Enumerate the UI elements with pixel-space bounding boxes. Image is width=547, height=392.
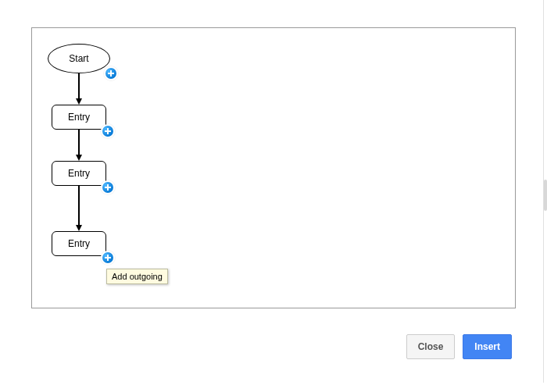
arrowhead-icon — [76, 225, 82, 231]
plus-icon[interactable] — [104, 66, 118, 80]
connector — [78, 186, 80, 225]
arrowhead-icon — [76, 98, 82, 105]
flowchart-dialog: Start Entry Entry Entry — [0, 0, 544, 383]
plus-icon[interactable] — [101, 124, 115, 138]
canvas-frame: Start Entry Entry Entry — [31, 27, 516, 308]
close-button[interactable]: Close — [406, 334, 456, 359]
tooltip-add-outgoing: Add outgoing — [106, 269, 168, 284]
plus-icon[interactable] — [101, 251, 115, 265]
plus-icon[interactable] — [101, 180, 115, 194]
entry-node-2[interactable]: Entry — [52, 161, 106, 186]
insert-button[interactable]: Insert — [463, 334, 512, 359]
scroll-handle[interactable] — [544, 180, 547, 211]
tooltip-text: Add outgoing — [112, 272, 163, 281]
entry-node-1[interactable]: Entry — [52, 105, 106, 130]
connector — [78, 73, 80, 98]
arrowhead-icon — [76, 155, 82, 161]
start-node-label: Start — [69, 53, 88, 64]
dialog-footer: Close Insert — [406, 334, 512, 359]
entry-node-3-label: Entry — [68, 238, 90, 249]
flowchart-canvas[interactable]: Start Entry Entry Entry — [32, 28, 515, 308]
connector — [78, 130, 80, 155]
start-node[interactable]: Start — [48, 44, 110, 73]
entry-node-1-label: Entry — [68, 112, 90, 123]
entry-node-2-label: Entry — [68, 168, 90, 179]
entry-node-3[interactable]: Entry — [52, 231, 106, 256]
